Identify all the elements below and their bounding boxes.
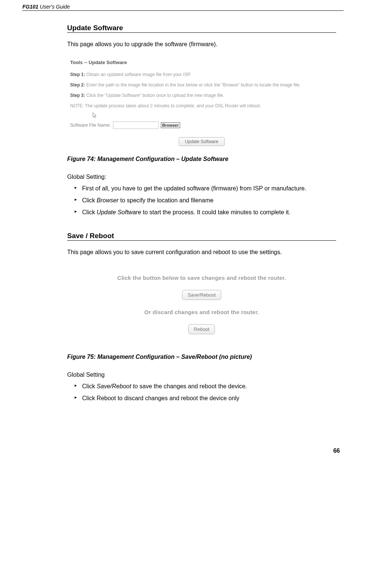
guide-label: User's Guide <box>38 4 70 10</box>
ss-step1: Step 1: Obtain an updated software image… <box>70 72 333 77</box>
section-title-update-software: Update Software <box>67 24 336 33</box>
intro-text-save: This page allows you to save current con… <box>67 248 336 256</box>
global-setting-label-2: Global Setting <box>67 372 336 378</box>
screenshot-save-reboot: Click the button below to save changes a… <box>67 263 336 351</box>
ss2-line1: Click the button below to save changes a… <box>67 275 336 281</box>
cursor-icon <box>93 112 98 119</box>
intro-text-update: This page allows you to upgrade the soft… <box>67 40 336 48</box>
file-name-input[interactable] <box>113 121 159 129</box>
ss-step3: Step 3: Click the "Update Software" butt… <box>70 93 333 98</box>
screenshot-update-software: Tools -- Update Software Step 1: Obtain … <box>67 55 336 153</box>
ss-note: NOTE: The update process takes about 2 m… <box>70 103 333 108</box>
section-title-save-reboot: Save / Reboot <box>67 232 336 241</box>
list-item: First of all, you have to get the update… <box>75 184 336 193</box>
update-software-button[interactable]: Update Software <box>179 137 225 146</box>
list-item: Click Reboot to discard changes and rebo… <box>75 394 336 403</box>
ss-step2: Step 2: Enter the path to the image file… <box>70 82 333 88</box>
global-setting-label-1: Global Setting: <box>67 174 336 180</box>
ss-file-row: Software File Name: Browser <box>70 121 333 129</box>
figure-caption-75: Figure 75: Management Configuration – Sa… <box>67 354 336 360</box>
browse-button[interactable]: Browser <box>161 122 180 128</box>
reboot-button[interactable]: Reboot <box>188 324 215 334</box>
bullet-list-update: First of all, you have to get the update… <box>67 184 336 217</box>
save-reboot-button[interactable]: Save/Reboot <box>182 290 221 300</box>
figure-caption-74: Figure 74: Management Configuration – Up… <box>67 156 336 162</box>
list-item: Click Browser to specify the location an… <box>75 196 336 205</box>
page-header: FG101 User's Guide <box>22 4 344 11</box>
list-item: Click Save/Reboot to save the changes an… <box>75 382 336 391</box>
product-name: FG101 <box>22 4 38 10</box>
ss-title: Tools -- Update Software <box>70 60 333 65</box>
bullet-list-save: Click Save/Reboot to save the changes an… <box>67 382 336 403</box>
list-item: Click Update Software to start the proce… <box>75 208 336 217</box>
file-name-label: Software File Name: <box>70 123 111 128</box>
ss2-line2: Or discard changes and reboot the router… <box>67 309 336 315</box>
page-number: 66 <box>22 448 344 454</box>
